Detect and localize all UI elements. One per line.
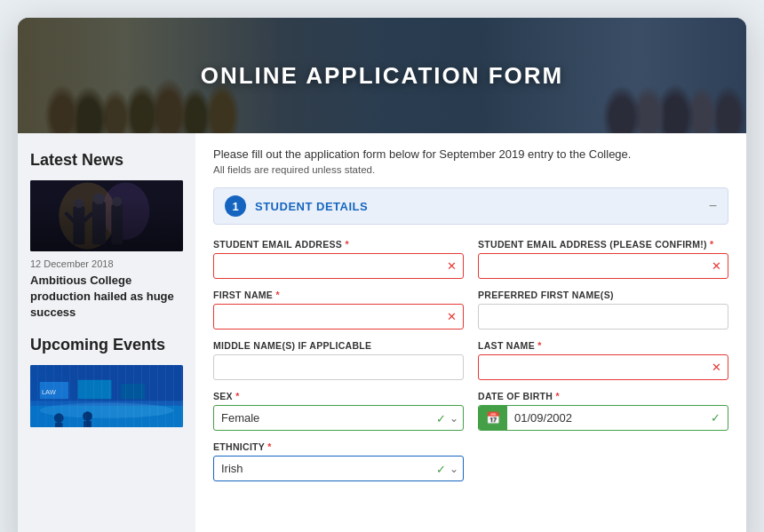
student-email-input[interactable] xyxy=(213,253,464,279)
news-date: 12 December 2018 xyxy=(30,258,183,269)
student-email-confirm-input[interactable] xyxy=(478,253,728,279)
event-thumbnail[interactable]: LAW xyxy=(30,365,183,427)
required-marker: * xyxy=(345,239,348,250)
preferred-name-label: PREFERRED FIRST NAME(S) xyxy=(478,290,728,300)
preferred-name-input[interactable] xyxy=(478,304,728,330)
sidebar: Latest News xyxy=(18,133,195,532)
first-name-input[interactable] xyxy=(213,304,464,330)
form-fields-grid: STUDENT EMAIL ADDRESS * ✕ STUDENT EMAIL … xyxy=(213,239,728,481)
sex-select-wrapper: Female Male Other ✓ ⌄ xyxy=(213,405,464,431)
student-email-confirm-label: STUDENT EMAIL ADDRESS (PLEASE CONFIRM!) … xyxy=(478,239,728,250)
middle-name-field: MIDDLE NAME(S) IF APPLICABLE xyxy=(213,340,464,380)
browser-window: ONLINE APPLICATION FORM Latest News xyxy=(18,18,746,532)
dob-valid-icon: ✓ xyxy=(704,406,728,430)
first-name-label: FIRST NAME * xyxy=(213,290,464,300)
calendar-icon: 📅 xyxy=(486,411,500,425)
last-name-field: LAST NAME * ✕ xyxy=(478,340,728,380)
dob-input-wrapper: 📅 ✓ xyxy=(478,405,728,431)
form-intro-text: Please fill out the application form bel… xyxy=(213,147,728,161)
required-marker-4: * xyxy=(537,340,541,351)
last-name-label: LAST NAME * xyxy=(478,340,728,351)
required-marker-6: * xyxy=(555,391,559,401)
first-name-field: FIRST NAME * ✕ xyxy=(213,290,464,330)
middle-name-input-wrapper xyxy=(213,354,464,380)
dob-field: DATE OF BIRTH * 📅 ✓ xyxy=(478,391,728,431)
required-marker-5: * xyxy=(235,391,239,401)
student-email-field: STUDENT EMAIL ADDRESS * ✕ xyxy=(213,239,464,279)
student-email-confirm-field: STUDENT EMAIL ADDRESS (PLEASE CONFIRM!) … xyxy=(478,239,728,279)
dob-input[interactable] xyxy=(507,406,704,430)
section-number: 1 xyxy=(225,195,246,217)
ethnicity-select-wrapper: Irish British Other White Mixed Asian Bl… xyxy=(213,456,464,481)
upcoming-events-heading: Upcoming Events xyxy=(30,336,183,354)
last-name-input-wrapper: ✕ xyxy=(478,354,728,380)
event-image-overlay xyxy=(30,365,183,427)
news-image-overlay xyxy=(30,198,183,251)
middle-name-label: MIDDLE NAME(S) IF APPLICABLE xyxy=(213,340,464,351)
section-header: 1 STUDENT DETAILS − xyxy=(213,187,728,225)
first-name-input-wrapper: ✕ xyxy=(213,304,464,330)
sex-select[interactable]: Female Male Other xyxy=(213,405,464,431)
middle-name-input[interactable] xyxy=(213,354,464,380)
last-name-input[interactable] xyxy=(478,354,728,380)
required-marker-2: * xyxy=(710,239,713,250)
required-marker-7: * xyxy=(267,441,271,452)
section-toggle-icon[interactable]: − xyxy=(709,198,717,214)
required-marker-3: * xyxy=(275,290,279,300)
section-header-left: 1 STUDENT DETAILS xyxy=(225,195,368,217)
dob-label: DATE OF BIRTH * xyxy=(478,391,728,401)
main-content: Latest News xyxy=(18,133,746,532)
hero-title: ONLINE APPLICATION FORM xyxy=(201,62,564,90)
ethnicity-field: ETHNICITY * Irish British Other White Mi… xyxy=(213,441,464,481)
section-title: STUDENT DETAILS xyxy=(255,200,368,213)
hero-banner: ONLINE APPLICATION FORM xyxy=(18,18,746,133)
form-panel: Please fill out the application form bel… xyxy=(195,133,746,532)
student-email-confirm-input-wrapper: ✕ xyxy=(478,253,728,279)
news-thumbnail[interactable] xyxy=(30,180,183,251)
latest-news-heading: Latest News xyxy=(30,151,183,170)
student-email-label: STUDENT EMAIL ADDRESS * xyxy=(213,239,464,250)
student-email-input-wrapper: ✕ xyxy=(213,253,464,279)
ethnicity-label: ETHNICITY * xyxy=(213,441,464,452)
dob-calendar-icon-box[interactable]: 📅 xyxy=(479,406,507,430)
sex-label: SEX * xyxy=(213,391,464,401)
news-title[interactable]: Ambitious College production hailed as h… xyxy=(30,273,183,322)
sex-field: SEX * Female Male Other ✓ ⌄ xyxy=(213,391,464,431)
ethnicity-select[interactable]: Irish British Other White Mixed Asian Bl… xyxy=(213,456,464,481)
preferred-name-field: PREFERRED FIRST NAME(S) xyxy=(478,290,728,330)
form-note-text: All fields are required unless stated. xyxy=(213,164,728,175)
preferred-name-input-wrapper xyxy=(478,304,728,330)
